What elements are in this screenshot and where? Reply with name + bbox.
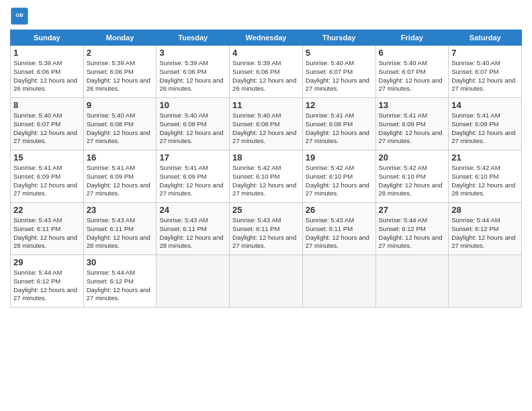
day-cell-18: 18Sunrise: 5:42 AMSunset: 6:10 PMDayligh… <box>230 150 303 203</box>
day-number: 6 <box>379 48 446 58</box>
day-cell-15: 15Sunrise: 5:41 AMSunset: 6:09 PMDayligh… <box>11 150 84 203</box>
day-number: 26 <box>306 205 373 215</box>
day-info: Sunrise: 5:43 AMSunset: 6:11 PMDaylight:… <box>87 216 154 250</box>
day-info: Sunrise: 5:39 AMSunset: 6:06 PMDaylight:… <box>232 59 300 93</box>
calendar-week-1: 1Sunrise: 5:39 AMSunset: 6:06 PMDaylight… <box>11 46 522 98</box>
day-number: 28 <box>451 205 519 215</box>
day-number: 2 <box>87 48 154 58</box>
calendar-table: SundayMondayTuesdayWednesdayThursdayFrid… <box>10 30 522 308</box>
calendar-week-4: 22Sunrise: 5:43 AMSunset: 6:11 PMDayligh… <box>11 203 522 255</box>
day-cell-14: 14Sunrise: 5:41 AMSunset: 6:09 PMDayligh… <box>449 98 522 150</box>
day-info: Sunrise: 5:40 AMSunset: 6:08 PMDaylight:… <box>232 111 300 146</box>
day-number: 11 <box>232 100 300 110</box>
day-info: Sunrise: 5:39 AMSunset: 6:06 PMDaylight:… <box>87 59 154 93</box>
day-number: 10 <box>159 100 226 110</box>
day-cell-3: 3Sunrise: 5:39 AMSunset: 6:06 PMDaylight… <box>157 46 230 98</box>
calendar-week-2: 8Sunrise: 5:40 AMSunset: 6:07 PMDaylight… <box>11 98 522 150</box>
day-header-saturday: Saturday <box>449 30 522 46</box>
day-info: Sunrise: 5:43 AMSunset: 6:11 PMDaylight:… <box>13 216 81 250</box>
day-cell-5: 5Sunrise: 5:40 AMSunset: 6:07 PMDaylight… <box>302 46 375 98</box>
header: GB <box>10 7 522 26</box>
day-cell-2: 2Sunrise: 5:39 AMSunset: 6:06 PMDaylight… <box>83 46 157 98</box>
day-info: Sunrise: 5:41 AMSunset: 6:09 PMDaylight:… <box>159 164 226 198</box>
day-cell-6: 6Sunrise: 5:40 AMSunset: 6:07 PMDaylight… <box>375 46 449 98</box>
day-cell-7: 7Sunrise: 5:40 AMSunset: 6:07 PMDaylight… <box>449 46 522 98</box>
day-cell-30: 30Sunrise: 5:44 AMSunset: 6:12 PMDayligh… <box>83 255 157 308</box>
day-info: Sunrise: 5:40 AMSunset: 6:08 PMDaylight:… <box>159 111 226 146</box>
calendar-week-5: 29Sunrise: 5:44 AMSunset: 6:12 PMDayligh… <box>11 255 522 308</box>
calendar-header-row: SundayMondayTuesdayWednesdayThursdayFrid… <box>11 30 522 46</box>
day-cell-12: 12Sunrise: 5:41 AMSunset: 6:08 PMDayligh… <box>302 98 375 150</box>
day-info: Sunrise: 5:40 AMSunset: 6:07 PMDaylight:… <box>451 59 519 93</box>
day-number: 19 <box>306 152 373 163</box>
day-header-tuesday: Tuesday <box>157 30 230 46</box>
day-info: Sunrise: 5:43 AMSunset: 6:11 PMDaylight:… <box>306 216 373 250</box>
day-header-thursday: Thursday <box>302 30 375 46</box>
day-number: 16 <box>87 152 154 163</box>
day-number: 30 <box>87 257 154 267</box>
day-number: 29 <box>13 257 81 267</box>
day-cell-25: 25Sunrise: 5:43 AMSunset: 6:11 PMDayligh… <box>230 203 303 255</box>
logo: GB <box>10 7 32 26</box>
calendar-week-3: 15Sunrise: 5:41 AMSunset: 6:09 PMDayligh… <box>11 150 522 203</box>
day-cell-10: 10Sunrise: 5:40 AMSunset: 6:08 PMDayligh… <box>157 98 230 150</box>
day-cell-4: 4Sunrise: 5:39 AMSunset: 6:06 PMDaylight… <box>230 46 303 98</box>
day-number: 25 <box>232 205 300 215</box>
day-cell-19: 19Sunrise: 5:42 AMSunset: 6:10 PMDayligh… <box>302 150 375 203</box>
day-cell-24: 24Sunrise: 5:43 AMSunset: 6:11 PMDayligh… <box>157 203 230 255</box>
day-cell-23: 23Sunrise: 5:43 AMSunset: 6:11 PMDayligh… <box>83 203 157 255</box>
empty-cell <box>230 255 303 308</box>
day-info: Sunrise: 5:41 AMSunset: 6:09 PMDaylight:… <box>13 164 81 198</box>
day-number: 12 <box>306 100 373 110</box>
day-info: Sunrise: 5:39 AMSunset: 6:06 PMDaylight:… <box>159 59 226 93</box>
day-info: Sunrise: 5:41 AMSunset: 6:09 PMDaylight:… <box>379 111 446 146</box>
day-info: Sunrise: 5:44 AMSunset: 6:12 PMDaylight:… <box>13 269 81 303</box>
day-info: Sunrise: 5:40 AMSunset: 6:07 PMDaylight:… <box>13 111 81 146</box>
day-info: Sunrise: 5:39 AMSunset: 6:06 PMDaylight:… <box>13 59 81 93</box>
empty-cell <box>302 255 375 308</box>
day-info: Sunrise: 5:40 AMSunset: 6:08 PMDaylight:… <box>87 111 154 146</box>
day-cell-22: 22Sunrise: 5:43 AMSunset: 6:11 PMDayligh… <box>11 203 84 255</box>
day-number: 14 <box>451 100 519 110</box>
day-info: Sunrise: 5:44 AMSunset: 6:12 PMDaylight:… <box>451 216 519 250</box>
day-cell-16: 16Sunrise: 5:41 AMSunset: 6:09 PMDayligh… <box>83 150 157 203</box>
day-cell-26: 26Sunrise: 5:43 AMSunset: 6:11 PMDayligh… <box>302 203 375 255</box>
day-info: Sunrise: 5:42 AMSunset: 6:10 PMDaylight:… <box>451 164 519 198</box>
day-info: Sunrise: 5:41 AMSunset: 6:09 PMDaylight:… <box>87 164 154 198</box>
day-info: Sunrise: 5:44 AMSunset: 6:12 PMDaylight:… <box>379 216 446 250</box>
day-number: 3 <box>159 48 226 58</box>
day-cell-28: 28Sunrise: 5:44 AMSunset: 6:12 PMDayligh… <box>449 203 522 255</box>
day-info: Sunrise: 5:40 AMSunset: 6:07 PMDaylight:… <box>379 59 446 93</box>
day-info: Sunrise: 5:40 AMSunset: 6:07 PMDaylight:… <box>306 59 373 93</box>
day-info: Sunrise: 5:43 AMSunset: 6:11 PMDaylight:… <box>232 216 300 250</box>
day-info: Sunrise: 5:43 AMSunset: 6:11 PMDaylight:… <box>159 216 226 250</box>
day-number: 4 <box>232 48 300 58</box>
day-number: 18 <box>232 152 300 163</box>
day-info: Sunrise: 5:44 AMSunset: 6:12 PMDaylight:… <box>87 269 154 303</box>
day-info: Sunrise: 5:42 AMSunset: 6:10 PMDaylight:… <box>379 164 446 198</box>
logo-icon: GB <box>10 7 29 26</box>
day-number: 5 <box>306 48 373 58</box>
day-number: 22 <box>13 205 81 215</box>
day-cell-29: 29Sunrise: 5:44 AMSunset: 6:12 PMDayligh… <box>11 255 84 308</box>
day-number: 7 <box>451 48 519 58</box>
day-cell-13: 13Sunrise: 5:41 AMSunset: 6:09 PMDayligh… <box>375 98 449 150</box>
day-cell-8: 8Sunrise: 5:40 AMSunset: 6:07 PMDaylight… <box>11 98 84 150</box>
day-cell-11: 11Sunrise: 5:40 AMSunset: 6:08 PMDayligh… <box>230 98 303 150</box>
day-cell-9: 9Sunrise: 5:40 AMSunset: 6:08 PMDaylight… <box>83 98 157 150</box>
empty-cell <box>375 255 449 308</box>
day-number: 20 <box>379 152 446 163</box>
day-number: 17 <box>159 152 226 163</box>
day-cell-21: 21Sunrise: 5:42 AMSunset: 6:10 PMDayligh… <box>449 150 522 203</box>
svg-text:GB: GB <box>15 12 24 18</box>
day-number: 24 <box>159 205 226 215</box>
day-number: 23 <box>87 205 154 215</box>
day-info: Sunrise: 5:41 AMSunset: 6:08 PMDaylight:… <box>306 111 373 146</box>
day-number: 1 <box>13 48 81 58</box>
day-number: 15 <box>13 152 81 163</box>
empty-cell <box>157 255 230 308</box>
day-header-wednesday: Wednesday <box>230 30 303 46</box>
day-header-sunday: Sunday <box>11 30 84 46</box>
day-cell-27: 27Sunrise: 5:44 AMSunset: 6:12 PMDayligh… <box>375 203 449 255</box>
day-header-monday: Monday <box>83 30 157 46</box>
